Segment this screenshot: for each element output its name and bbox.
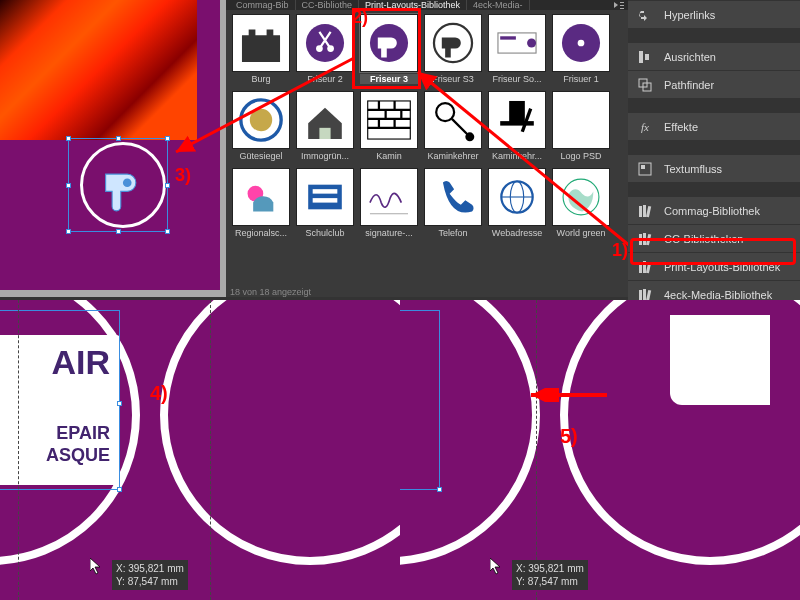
spacer: [628, 98, 800, 112]
thumb-image: [488, 14, 546, 72]
library-item-g-tesiegel[interactable]: Gütesiegel: [230, 91, 292, 166]
library-item-signature-[interactable]: signature-...: [358, 168, 420, 243]
align-icon: [634, 49, 656, 65]
side-label: 4eck-Media-Bibliothek: [664, 289, 772, 301]
y-label: Y:: [516, 576, 525, 587]
side-label: Hyperlinks: [664, 9, 715, 21]
library-item-kaminkehr-[interactable]: Kaminkehr...: [486, 91, 548, 166]
svg-rect-51: [646, 205, 651, 216]
side-label: Print-Layouts-Bibliothek: [664, 261, 780, 273]
thumb-image: [424, 91, 482, 149]
thumb-label: Friseur 2: [296, 74, 354, 84]
side-item-pathfinder[interactable]: Pathfinder: [628, 70, 800, 98]
tab-print-layouts[interactable]: Print-Layouts-Bibliothek: [359, 0, 467, 10]
thumb-label: Regionalsc...: [232, 228, 290, 238]
library-tab-bar: Commag-Bib CC-Bibliothe Print-Layouts-Bi…: [226, 0, 628, 10]
library-item-kaminkehrer[interactable]: Kaminkehrer: [422, 91, 484, 166]
svg-rect-57: [646, 261, 651, 272]
annotation-3: 3): [175, 165, 191, 186]
thumb-image: [424, 14, 482, 72]
svg-point-4: [306, 24, 344, 62]
flyout-menu-icon[interactable]: [612, 0, 626, 10]
library-item-immogr-n-[interactable]: Immogrün...: [294, 91, 356, 166]
thumb-label: Schulclub: [296, 228, 354, 238]
side-item-textumfluss[interactable]: Textumfluss: [628, 154, 800, 182]
canvas-view-after[interactable]: X: 395,821 mm Y: 87,547 mm: [400, 300, 800, 600]
thumb-label: Frisuer 1: [552, 74, 610, 84]
thumb-image: [296, 168, 354, 226]
thumb-label: Friseur So...: [488, 74, 546, 84]
cursor-arrow: [490, 558, 504, 576]
side-item-ausrichten[interactable]: Ausrichten: [628, 42, 800, 70]
library-item-burg[interactable]: Burg: [230, 14, 292, 89]
textwrap-icon: [634, 161, 656, 177]
thumb-label: Kamin: [360, 151, 418, 161]
svg-point-15: [250, 109, 272, 131]
thumb-image: [552, 91, 610, 149]
coords-tooltip: X: 395,821 mm Y: 87,547 mm: [512, 560, 588, 590]
books-icon: [634, 203, 656, 219]
svg-point-11: [527, 39, 536, 48]
y-label: Y:: [116, 576, 125, 587]
thumb-image: [488, 91, 546, 149]
thumb-image: [424, 168, 482, 226]
spacer: [628, 182, 800, 196]
coords-tooltip: X: 395,821 mm Y: 87,547 mm: [112, 560, 188, 590]
library-item-world-green[interactable]: World green: [550, 168, 612, 243]
thumb-image: [232, 91, 290, 149]
x-label: X:: [116, 563, 125, 574]
thumb-label: Kaminkehrer: [424, 151, 482, 161]
side-item-print-layouts-bibliothek[interactable]: Print-Layouts-Bibliothek: [628, 252, 800, 280]
side-label: Effekte: [664, 121, 698, 133]
side-item-commag-bibliothek[interactable]: Commag-Bibliothek: [628, 196, 800, 224]
annotation-4: 4): [150, 382, 168, 405]
svg-rect-35: [313, 198, 338, 202]
document-canvas-top[interactable]: 3): [0, 0, 226, 297]
library-item-schulclub[interactable]: Schulclub: [294, 168, 356, 243]
side-item-hyperlinks[interactable]: Hyperlinks: [628, 0, 800, 28]
svg-rect-33: [308, 185, 342, 210]
y-val: 87,547 mm: [128, 576, 178, 587]
library-item-frisuer-1[interactable]: Frisuer 1: [550, 14, 612, 89]
thumb-label: Logo PSD: [552, 151, 610, 161]
canvas-view-before[interactable]: AIR EPAIR ASQUE X: 395,821 mm Y: 87,547 …: [0, 300, 400, 600]
library-item-telefon[interactable]: Telefon: [422, 168, 484, 243]
svg-rect-1: [620, 2, 624, 3]
tab-commag[interactable]: Commag-Bib: [230, 0, 296, 10]
thumb-label: Webadresse: [488, 228, 546, 238]
artboard: 3): [0, 0, 220, 290]
thumb-label: Gütesiegel: [232, 151, 290, 161]
library-item-friseur-so-[interactable]: Friseur So...: [486, 14, 548, 89]
library-item-friseur-2[interactable]: Friseur 2: [294, 14, 356, 89]
side-label: Pathfinder: [664, 79, 714, 91]
y-val: 87,547 mm: [528, 576, 578, 587]
tab-4eck[interactable]: 4eck-Media-: [467, 0, 530, 10]
svg-rect-29: [509, 101, 525, 123]
svg-rect-30: [500, 121, 534, 125]
selection: [400, 310, 440, 490]
fx-icon: fx: [634, 119, 656, 135]
thumb-image: [232, 168, 290, 226]
svg-rect-54: [646, 233, 651, 244]
side-item-cc-bibliotheken[interactable]: CC-Bibliotheken: [628, 224, 800, 252]
library-item-kamin[interactable]: Kamin: [358, 91, 420, 166]
svg-point-13: [578, 40, 585, 47]
spacer: [628, 140, 800, 154]
side-label: Commag-Bibliothek: [664, 205, 760, 217]
library-item-friseur-s3[interactable]: Friseur S3: [422, 14, 484, 89]
library-item-webadresse[interactable]: Webadresse: [486, 168, 548, 243]
svg-rect-16: [319, 128, 330, 139]
thumb-image: [360, 14, 418, 72]
side-item-effekte[interactable]: fxEffekte: [628, 112, 800, 140]
library-item-regionalsc-[interactable]: Regionalsc...: [230, 168, 292, 243]
svg-rect-2: [620, 5, 624, 6]
library-panel: Commag-Bib CC-Bibliothe Print-Layouts-Bi…: [226, 0, 628, 297]
thumb-label: Immogrün...: [296, 151, 354, 161]
x-val: 395,821 mm: [528, 563, 584, 574]
tab-cc[interactable]: CC-Bibliothe: [296, 0, 360, 10]
library-item-logo-psd[interactable]: Logo PSD: [550, 91, 612, 166]
library-grid: BurgFriseur 2Friseur 3Friseur S3Friseur …: [230, 14, 624, 243]
svg-point-28: [465, 132, 474, 141]
svg-rect-48: [641, 165, 645, 169]
svg-point-27: [436, 103, 454, 121]
